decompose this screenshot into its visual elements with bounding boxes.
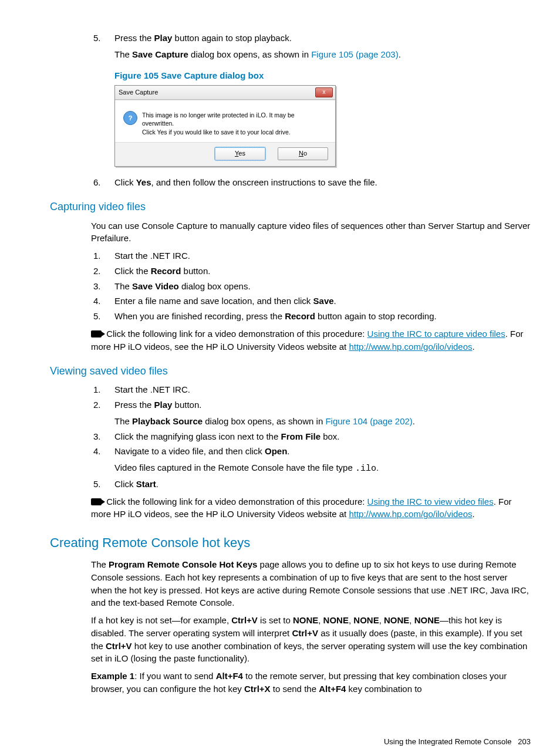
step-5: 5. Press the Play button again to stop p… [91, 32, 401, 61]
view-step-5: 5.Click Start. [91, 478, 158, 491]
view-step-4: 4. Navigate to a video file, and then cl… [91, 445, 379, 475]
heading-creating-remote-console-hot-keys: Creating Remote Console hot keys [50, 534, 531, 552]
hotkeys-para-2: If a hot key is not set—for example, Ctr… [50, 614, 531, 665]
hotkeys-para-3: Example 1: If you want to send Alt+F4 to… [50, 670, 531, 696]
capture-step-5: 5.When you are finished recording, press… [91, 310, 437, 323]
step-number: 5. [91, 32, 114, 61]
view-step-2: 2. Press the Play button. The Playback S… [91, 399, 415, 428]
figure-105-caption: Figure 105 Save Capture dialog box [50, 69, 531, 82]
link-ilo-videos[interactable]: http://www.hp.com/go/ilo/videos [349, 342, 472, 352]
hotkeys-para-1: The Program Remote Console Hot Keys page… [50, 558, 531, 609]
step-text: Press the Play button again to stop play… [114, 32, 401, 61]
page-footer: Using the Integrated Remote Console 203 [50, 737, 531, 746]
yes-button[interactable]: Yes [215, 147, 265, 160]
question-icon: ? [123, 111, 137, 125]
capture-step-3: 3.The Save Video dialog box opens. [91, 280, 251, 293]
view-video-note: Click the following link for a video dem… [50, 495, 531, 521]
save-capture-dialog: Save Capture x ? This image is no longer… [114, 85, 336, 166]
no-button[interactable]: No [278, 147, 328, 160]
video-icon [91, 498, 102, 505]
link-view-video[interactable]: Using the IRC to view video files [367, 497, 494, 507]
step-6: 6. Click Yes, and then follow the onscre… [91, 176, 377, 189]
dialog-message: This image is no longer write protected … [142, 111, 327, 136]
xref-figure-104[interactable]: Figure 104 (page 202) [325, 416, 412, 426]
capture-video-note: Click the following link for a video dem… [50, 328, 531, 353]
xref-figure-105[interactable]: Figure 105 (page 203) [311, 49, 398, 59]
capture-step-4: 4.Enter a file name and save location, a… [91, 295, 336, 308]
view-step-3: 3.Click the magnifying glass icon next t… [91, 430, 340, 443]
dialog-title: Save Capture [119, 88, 315, 97]
heading-viewing-saved-video-files: Viewing saved video files [50, 363, 531, 379]
view-step-1: 1.Start the .NET IRC. [91, 383, 190, 396]
capture-intro: You can use Console Capture to manually … [50, 220, 531, 245]
capture-step-1: 1.Start the .NET IRC. [91, 249, 190, 262]
link-ilo-videos[interactable]: http://www.hp.com/go/ilo/videos [349, 509, 472, 519]
heading-capturing-video-files: Capturing video files [50, 199, 531, 214]
link-capture-video[interactable]: Using the IRC to capture video files [367, 329, 505, 339]
close-icon[interactable]: x [315, 87, 333, 97]
capture-step-2: 2.Click the Record button. [91, 265, 210, 278]
video-icon [91, 330, 102, 337]
